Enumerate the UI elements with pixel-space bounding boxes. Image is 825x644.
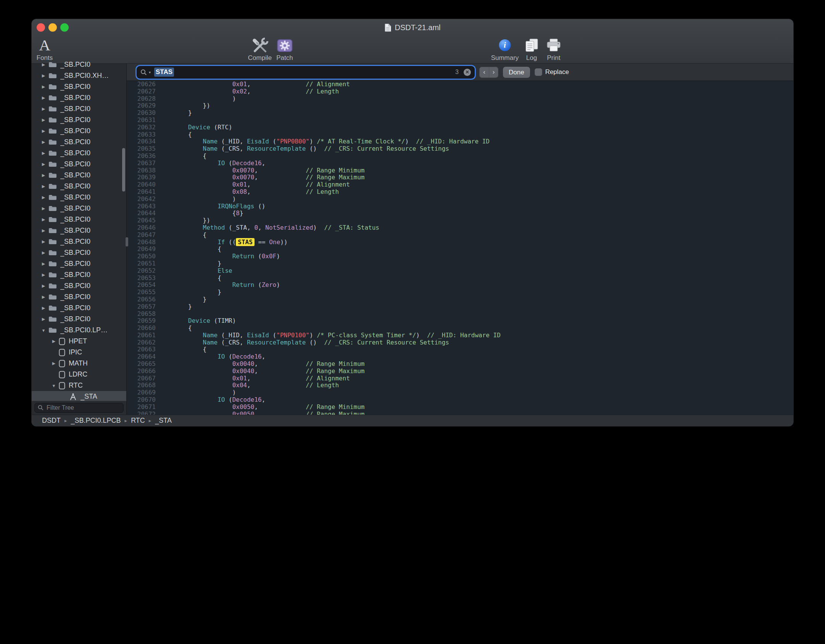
- tree-item-_sb-pci0[interactable]: ▶_SB.PCI0: [32, 269, 126, 280]
- search-input[interactable]: ▾ STAS 3 ✕: [137, 66, 474, 78]
- tree-item-_sb-pci0[interactable]: ▶_SB.PCI0: [32, 137, 126, 148]
- code-text: 0x01, // Alignment: [159, 81, 350, 88]
- zoom-button[interactable]: [60, 23, 69, 32]
- done-button[interactable]: Done: [503, 67, 530, 78]
- disclosure-triangle-icon[interactable]: ▶: [40, 129, 47, 134]
- tree-item-_sb-pci0[interactable]: ▶_SB.PCI0: [32, 258, 126, 269]
- tree-item-label: HPET: [69, 337, 87, 345]
- breadcrumb-item[interactable]: _SB.PCI0.LPCB: [71, 417, 121, 425]
- patch-button[interactable]: Patch: [276, 36, 293, 62]
- disclosure-triangle-icon[interactable]: ▶: [40, 306, 47, 311]
- print-button[interactable]: Print: [546, 36, 562, 62]
- tree-item-_sb-pci0[interactable]: ▶_SB.PCI0: [32, 192, 126, 203]
- disclosure-triangle-icon[interactable]: ▶: [40, 62, 47, 67]
- tree-item-_sb-pci0[interactable]: ▶_SB.PCI0: [32, 225, 126, 236]
- disclosure-triangle-icon[interactable]: ▶: [50, 361, 57, 366]
- disclosure-triangle-icon[interactable]: ▼: [40, 328, 47, 333]
- log-button[interactable]: Log: [524, 36, 540, 62]
- tree-item-_sb-pci0[interactable]: ▶_SB.PCI0: [32, 114, 126, 126]
- line-number: 20655: [127, 289, 159, 296]
- code-line: 20641 0x08, // Length: [127, 188, 793, 196]
- disclosure-triangle-icon[interactable]: ▶: [40, 250, 47, 255]
- disclosure-triangle-icon[interactable]: ▶: [40, 162, 47, 167]
- status-bar: DSDT▸_SB.PCI0.LPCB▸RTC▸_STA: [32, 415, 793, 426]
- tree-item-label: MATH: [69, 359, 88, 367]
- disclosure-triangle-icon[interactable]: ▶: [40, 118, 47, 122]
- fonts-button[interactable]: A Fonts: [37, 36, 53, 62]
- disclosure-triangle-icon[interactable]: ▶: [40, 283, 47, 288]
- tree-item-label: _SB.PCI0: [60, 216, 90, 224]
- tree-item-_sb-pci0[interactable]: ▶_SB.PCI0: [32, 148, 126, 159]
- disclosure-triangle-icon[interactable]: ▶: [40, 173, 47, 178]
- breadcrumb-item[interactable]: DSDT: [42, 417, 61, 425]
- tree-item-_sb-pci0[interactable]: ▶_SB.PCI0: [32, 126, 126, 137]
- tree-item-_sb-pci0-lp-[interactable]: ▼_SB.PCI0.LP…: [32, 325, 126, 336]
- tree-item-_sb-pci0[interactable]: ▶_SB.PCI0: [32, 103, 126, 114]
- tree-item-_sb-pci0[interactable]: ▶_SB.PCI0: [32, 203, 126, 214]
- tree-item-_sb-pci0[interactable]: ▶_SB.PCI0: [32, 81, 126, 92]
- tree-item-_sb-pci0[interactable]: ▶_SB.PCI0: [32, 236, 126, 247]
- tree-item-_sta[interactable]: _STA: [32, 391, 126, 401]
- find-previous-button[interactable]: ‹: [480, 67, 489, 77]
- disclosure-triangle-icon[interactable]: ▶: [40, 195, 47, 200]
- tree-item-_sb-pci0[interactable]: ▶_SB.PCI0: [32, 159, 126, 170]
- disclosure-triangle-icon[interactable]: ▶: [40, 295, 47, 299]
- compile-button[interactable]: Compile: [248, 36, 272, 62]
- tree-item-_sb-pci0[interactable]: ▶_SB.PCI0: [32, 59, 126, 70]
- sidebar-scrollbar-thumb[interactable]: [122, 148, 125, 192]
- disclosure-triangle-icon[interactable]: ▶: [40, 151, 47, 156]
- tree-item-rtc[interactable]: ▼RTC: [32, 380, 126, 391]
- line-number: 20627: [127, 88, 159, 95]
- tree-item-math[interactable]: ▶MATH: [32, 358, 126, 369]
- disclosure-triangle-icon[interactable]: ▶: [40, 239, 47, 244]
- tree-item-_sb-pci0[interactable]: ▶_SB.PCI0: [32, 214, 126, 225]
- titlebar[interactable]: DSDT-21.aml: [32, 19, 793, 36]
- disclosure-triangle-icon[interactable]: ▶: [40, 317, 47, 322]
- disclosure-triangle-icon[interactable]: ▶: [40, 106, 47, 111]
- filter-tree-input[interactable]: [34, 403, 124, 413]
- replace-checkbox[interactable]: [535, 68, 542, 76]
- tree-item-_sb-pci0[interactable]: ▶_SB.PCI0: [32, 247, 126, 258]
- tree-item-_sb-pci0[interactable]: ▶_SB.PCI0: [32, 170, 126, 181]
- pane-splitter-handle[interactable]: [126, 237, 128, 246]
- clear-search-button[interactable]: ✕: [464, 69, 471, 76]
- breadcrumb-item[interactable]: RTC: [131, 417, 145, 425]
- disclosure-triangle-icon[interactable]: ▶: [50, 339, 57, 344]
- code-editor[interactable]: 20626 0x01, // Alignment20627 0x02, // L…: [127, 81, 793, 415]
- disclosure-triangle-icon[interactable]: ▶: [40, 140, 47, 145]
- tree-item-_sb-pci0-xh-[interactable]: ▶_SB.PCI0.XH…: [32, 70, 126, 81]
- tree-item-ipic[interactable]: IPIC: [32, 347, 126, 358]
- disclosure-triangle-icon[interactable]: ▶: [40, 84, 47, 89]
- find-next-button[interactable]: ›: [489, 67, 498, 77]
- minimize-button[interactable]: [48, 23, 57, 32]
- tree-item-_sb-pci0[interactable]: ▶_SB.PCI0: [32, 92, 126, 103]
- tree-item-ldrc[interactable]: LDRC: [32, 369, 126, 380]
- tree-item-_sb-pci0[interactable]: ▶_SB.PCI0: [32, 291, 126, 303]
- tree-item-_sb-pci0[interactable]: ▶_SB.PCI0: [32, 303, 126, 314]
- code-line: 20627 0x02, // Length: [127, 88, 793, 95]
- search-options-chevron-icon[interactable]: ▾: [149, 70, 151, 74]
- line-number: 20659: [127, 317, 159, 325]
- disclosure-triangle-icon[interactable]: ▶: [40, 272, 47, 277]
- summary-button[interactable]: i Summary: [491, 36, 519, 62]
- disclosure-triangle-icon[interactable]: ▶: [40, 261, 47, 266]
- code-line: 20635 Name (_CRS, ResourceTemplate () //…: [127, 145, 793, 153]
- line-number: 20629: [127, 102, 159, 109]
- compile-tools-icon: [251, 36, 269, 54]
- tree-item-_sb-pci0[interactable]: ▶_SB.PCI0: [32, 314, 126, 325]
- code-line: 20670 IO (Decode16,: [127, 396, 793, 404]
- code-line: 20646 Method (_STA, 0, NotSerialized) //…: [127, 224, 793, 232]
- tree-item-_sb-pci0[interactable]: ▶_SB.PCI0: [32, 181, 126, 192]
- close-button[interactable]: [37, 23, 45, 32]
- disclosure-triangle-icon[interactable]: ▶: [40, 206, 47, 211]
- breadcrumb-item[interactable]: _STA: [155, 417, 172, 425]
- disclosure-triangle-icon[interactable]: ▼: [50, 383, 57, 388]
- disclosure-triangle-icon[interactable]: ▶: [40, 228, 47, 233]
- tree-item-_sb-pci0[interactable]: ▶_SB.PCI0: [32, 280, 126, 291]
- traffic-lights: [37, 23, 69, 32]
- disclosure-triangle-icon[interactable]: ▶: [40, 184, 47, 189]
- tree-item-hpet[interactable]: ▶HPET: [32, 336, 126, 347]
- disclosure-triangle-icon[interactable]: ▶: [40, 95, 47, 100]
- disclosure-triangle-icon[interactable]: ▶: [40, 73, 47, 78]
- disclosure-triangle-icon[interactable]: ▶: [40, 217, 47, 222]
